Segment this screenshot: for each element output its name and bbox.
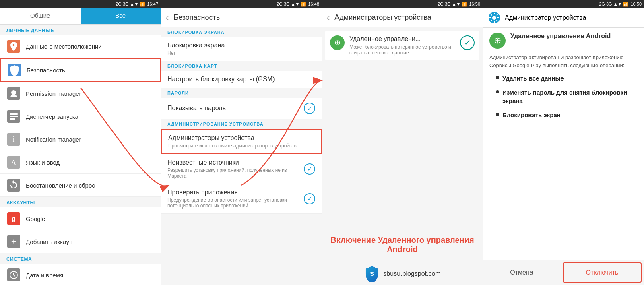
time-1: 16:47: [147, 2, 158, 6]
bullet-dot-3: [496, 113, 499, 116]
setting-notif[interactable]: Notification manager: [0, 128, 161, 151]
cat-screen-lock: БЛОКИРОВКА ЭКРАНА: [161, 27, 322, 37]
verify-apps-check: ✓: [304, 193, 315, 204]
setting-permission-label: Permission manager: [26, 90, 154, 97]
status-bar-4: 2G 3G ▲▼ 📶 16:50: [483, 0, 644, 8]
permission-icon: [6, 86, 21, 101]
setting-restore-label: Восстановление и сброс: [26, 182, 154, 189]
device-admins-subtitle: Просмотрите или отключите администраторо…: [168, 143, 314, 149]
show-password-row: Показывать пароль ✓: [167, 103, 315, 114]
panel-security: 2G 3G ▲▼ 📶 16:48 ‹ Безопасность БЛОКИРОВ…: [161, 0, 322, 285]
section-personal: ЛИЧНЫЕ ДАННЫЕ: [0, 25, 161, 35]
setting-location-label: Данные о местоположении: [26, 43, 154, 50]
nav-title-3: Администраторы устройства: [334, 13, 431, 22]
item-screen-lock[interactable]: Блокировка экрана Нет: [161, 37, 322, 61]
bullet-1: Удалить все данные: [496, 74, 638, 83]
unknown-sources-row: Неизвестные источники Разрешить установк…: [167, 159, 315, 179]
screen-lock-subtitle: Нет: [167, 50, 315, 56]
tab-all[interactable]: Все: [80, 8, 161, 24]
bullet-text-3: Блокировать экран: [502, 111, 561, 119]
shield-watermark-icon: S: [364, 266, 380, 282]
watermark-bar: S sbusu.blogspot.com: [322, 262, 483, 285]
big-red-text: Включение Удаленного управления Android: [326, 235, 479, 254]
remote-management-item[interactable]: ⊕ Удаленное управлени... Может блокирова…: [325, 31, 479, 60]
setting-security[interactable]: Безопасность: [0, 58, 161, 82]
screen-lock-title: Блокировка экрана: [167, 42, 315, 49]
setting-notif-label: Notification manager: [26, 136, 154, 143]
section-accounts: АККАУНТЫ: [0, 197, 161, 207]
panel4-title: Администратор устройства: [505, 14, 586, 21]
security-icon: [7, 63, 22, 77]
item-device-admins[interactable]: Администраторы устройства Просмотрите ил…: [161, 129, 322, 154]
setting-datetime-label: Дата и время: [26, 272, 154, 279]
setting-location[interactable]: Данные о местоположении: [0, 35, 161, 58]
item-sim-lock[interactable]: Настроить блокировку карты (GSM): [161, 71, 322, 88]
setting-tasks-label: Диспетчер запуска: [26, 113, 154, 120]
bullet-3: Блокировать экран: [496, 111, 638, 119]
setting-security-label: Безопасность: [27, 67, 153, 74]
cat-passwords: ПАРОЛИ: [161, 88, 322, 98]
tab-general[interactable]: Общие: [0, 8, 80, 24]
unknown-sources-check: ✓: [304, 163, 315, 175]
setting-tasks[interactable]: Диспетчер запуска: [0, 105, 161, 128]
item-unknown-sources[interactable]: Неизвестные источники Разрешить установк…: [161, 154, 322, 184]
network-icons-3: 2G 3G ▲▼ 📶: [438, 2, 467, 7]
setting-google[interactable]: Google: [0, 207, 161, 230]
setting-lang-label: Язык и ввод: [26, 159, 154, 166]
verify-apps-row: Проверять приложения Предупреждение об о…: [167, 189, 315, 209]
remote-mgmt-subtitle: Может блокировать потерянное устройство …: [349, 44, 455, 56]
status-bar-1: 2G 3G ▲▼ 📶 16:47: [0, 0, 161, 8]
verify-apps-title: Проверять приложения: [167, 189, 304, 196]
remote-mgmt-check[interactable]: ✓: [460, 35, 475, 50]
tab-bar-1: Общие Все: [0, 8, 161, 25]
item-show-password[interactable]: Показывать пароль ✓: [161, 98, 322, 119]
svg-text:S: S: [370, 271, 374, 277]
google-icon: [6, 211, 21, 226]
restore-icon: [6, 178, 21, 192]
lang-icon: [6, 155, 21, 169]
unknown-sources-title: Неизвестные источники: [167, 159, 304, 166]
cancel-button[interactable]: Отмена: [483, 260, 560, 285]
item-verify-apps[interactable]: Проверять приложения Предупреждение об о…: [161, 184, 322, 214]
disable-button[interactable]: Отключить: [563, 262, 642, 283]
cat-sim-lock: БЛОКИРОВКА КАРТ: [161, 61, 322, 71]
location-icon: [6, 39, 21, 54]
remote-mgmt-title: Удаленное управлени...: [349, 35, 455, 43]
nav-bar-3: ‹ Администраторы устройства: [322, 8, 483, 27]
remote-mgmt-icon: ⊕: [330, 35, 345, 50]
bullet-dot-2: [496, 90, 499, 93]
addaccount-icon: [6, 234, 21, 249]
app-icon-green: ⊕: [489, 33, 506, 49]
nav-bar-2: ‹ Безопасность: [161, 8, 322, 27]
panel4-header: Администратор устройства: [483, 8, 644, 28]
show-password-title: Показывать пароль: [167, 105, 226, 112]
app-title: Удаленное управление Android: [510, 33, 611, 40]
time-4: 16:50: [630, 2, 642, 6]
setting-restore[interactable]: Восстановление и сброс: [0, 174, 161, 197]
setting-addaccount-label: Добавить аккаунт: [26, 238, 154, 245]
setting-permission[interactable]: Permission manager: [0, 82, 161, 105]
setting-google-label: Google: [26, 215, 154, 222]
cat-device-admin: АДМИНИСТРИРОВАНИЕ УСТРОЙСТВА: [161, 119, 322, 129]
setting-addaccount[interactable]: Добавить аккаунт: [0, 230, 161, 253]
app-desc: Администратор активирован и разрешает пр…: [489, 54, 638, 69]
settings-list: ЛИЧНЫЕ ДАННЫЕ Данные о местоположении Бе…: [0, 25, 161, 285]
setting-lang[interactable]: Язык и ввод: [0, 151, 161, 174]
tasks-icon: [6, 109, 21, 124]
time-2: 16:48: [308, 2, 319, 6]
network-icons-4: 2G 3G ▲▼ 📶: [599, 2, 629, 7]
setting-datetime[interactable]: Дата и время: [0, 264, 161, 285]
datetime-icon: [6, 268, 21, 282]
network-icons-2: 2G 3G ▲▼ 📶: [277, 2, 306, 7]
gear-icon: [488, 11, 501, 24]
sim-lock-title: Настроить блокировку карты (GSM): [167, 76, 315, 83]
bullet-dot-1: [496, 76, 499, 79]
back-button-3[interactable]: ‹: [327, 12, 330, 23]
app-header-row: ⊕ Удаленное управление Android: [489, 33, 638, 49]
network-icons-1: 2G 3G ▲▼ 📶: [116, 2, 145, 7]
verify-apps-subtitle: Предупреждение об опасности или запрет у…: [167, 197, 304, 209]
time-3: 16:50: [469, 2, 480, 6]
back-button-2[interactable]: ‹: [166, 12, 169, 23]
watermark-text: sbusu.blogspot.com: [383, 270, 440, 277]
bullet-list: Удалить все данные Изменять пароль для с…: [496, 74, 638, 119]
